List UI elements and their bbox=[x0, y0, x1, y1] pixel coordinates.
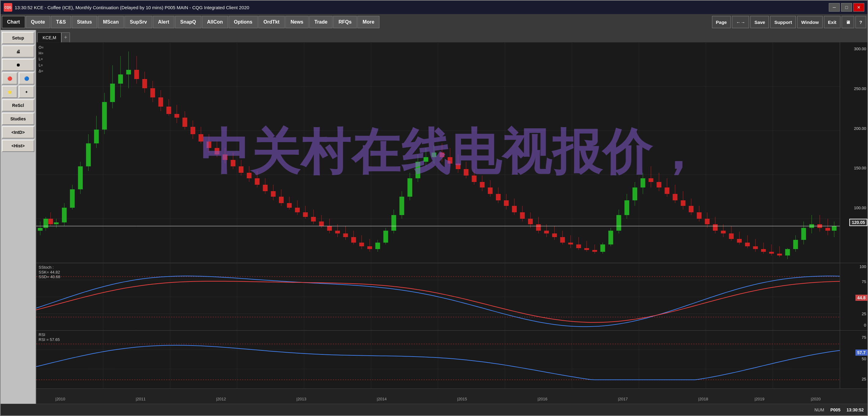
menu-chart[interactable]: Chart bbox=[2, 16, 25, 28]
ssd-label: SSD= bbox=[39, 275, 49, 279]
menu-supsrv[interactable]: SupSrv bbox=[124, 16, 152, 28]
tab-label: KCE,M bbox=[42, 35, 56, 40]
ssd-value: SSD= 40.68 bbox=[39, 275, 60, 279]
price-200: 200.00 bbox=[854, 126, 866, 131]
setup-button[interactable]: Setup bbox=[2, 32, 34, 44]
stoch-label: SStoch : bbox=[39, 265, 54, 269]
price-150: 150.00 bbox=[854, 166, 866, 170]
rsi-value: RSI = 57.65 bbox=[39, 337, 60, 342]
x-2011: |2011 bbox=[136, 397, 146, 401]
stoch-100: 100 bbox=[860, 264, 866, 269]
ssk-value: SSK= 44.82 bbox=[39, 270, 60, 275]
chart-tab[interactable]: KCE,M bbox=[37, 32, 61, 42]
price-300: 300.00 bbox=[854, 46, 866, 51]
ssk-val: 44.82 bbox=[50, 270, 60, 275]
close-button[interactable]: ✕ bbox=[853, 3, 864, 12]
rsi-50: 50 bbox=[862, 357, 866, 361]
status-time: 13:30:52 bbox=[846, 408, 864, 412]
x-2020: |2020 bbox=[811, 397, 820, 401]
status-p005: P005 bbox=[830, 408, 840, 412]
record-button[interactable]: ⏺ bbox=[2, 59, 34, 71]
stoch-75: 75 bbox=[862, 279, 866, 284]
stoch-values: SSK= 44.82 SSD= 40.68 bbox=[39, 270, 60, 279]
intd-button[interactable]: <IntD> bbox=[2, 126, 34, 138]
stoch-scale: 100 75 50 25 44.8 0 bbox=[840, 263, 867, 330]
x-2014: |2014 bbox=[377, 397, 386, 401]
studies-button[interactable]: Studies bbox=[2, 113, 34, 125]
price-100: 100.00 bbox=[854, 205, 866, 210]
menu-allcon[interactable]: AllCon bbox=[202, 16, 228, 28]
current-price: 120.05 bbox=[849, 219, 867, 226]
app-icon: CQG bbox=[4, 3, 12, 12]
rsi-chart-canvas bbox=[36, 330, 840, 389]
title-bar: CQG 13:30:52 KCE - Coffee (ICE), Monthly… bbox=[1, 1, 867, 14]
x-2012: |2012 bbox=[216, 397, 226, 401]
menu-ts[interactable]: T&S bbox=[51, 16, 71, 28]
ohlc-o: O= bbox=[39, 45, 43, 51]
minimize-button[interactable]: ─ bbox=[829, 3, 840, 12]
stoch-highlight: 44.8 bbox=[856, 295, 867, 301]
menu-snapq[interactable]: SnapQ bbox=[175, 16, 202, 28]
stoch-0: 0 bbox=[864, 323, 866, 327]
rsi-scale: 75 50 25 57.7 bbox=[840, 330, 867, 388]
chart-ohlc-info: O= H= L= L= Δ= bbox=[39, 45, 43, 74]
x-2019: |2019 bbox=[754, 397, 765, 401]
maximize-button[interactable]: □ bbox=[841, 3, 852, 12]
price-250: 250.00 bbox=[854, 86, 866, 91]
rsi-label: RSI bbox=[39, 332, 45, 337]
menu-more[interactable]: More bbox=[358, 16, 379, 28]
rescl-button[interactable]: ReScl bbox=[2, 99, 34, 111]
hist-button[interactable]: <Hist> bbox=[2, 140, 34, 152]
stoch-canvas-wrap: SStoch : SSK= 44.82 SSD= 40.68 bbox=[36, 263, 840, 330]
menu-quote[interactable]: Quote bbox=[26, 16, 50, 28]
ohlc-l: L= bbox=[39, 56, 43, 62]
rsi-panel: RSI RSI = 57.65 75 50 25 57.7 bbox=[36, 330, 867, 388]
menu-arrows[interactable]: ←→ bbox=[732, 16, 749, 28]
ohlc-delta: Δ= bbox=[39, 68, 43, 74]
menu-save[interactable]: Save bbox=[750, 16, 769, 28]
sidebar-star-button[interactable]: ⭐ bbox=[2, 86, 18, 98]
tab-add-button[interactable]: + bbox=[61, 32, 70, 42]
sidebar-blue-button[interactable]: 🔵 bbox=[19, 72, 34, 85]
menu-news[interactable]: News bbox=[285, 16, 309, 28]
x-2017: |2017 bbox=[618, 397, 628, 401]
status-bar: NUM P005 13:30:52 bbox=[1, 404, 867, 415]
menu-rfqs[interactable]: RFQs bbox=[333, 16, 357, 28]
menu-mscan[interactable]: MScan bbox=[98, 16, 124, 28]
menu-support[interactable]: Support bbox=[770, 16, 796, 28]
menu-help[interactable]: ? bbox=[856, 16, 866, 28]
tab-bar: KCE,M + bbox=[36, 30, 867, 42]
main-window: CQG 13:30:52 KCE - Coffee (ICE), Monthly… bbox=[0, 0, 868, 416]
menu-options[interactable]: Options bbox=[229, 16, 257, 28]
menu-alert[interactable]: Alert bbox=[153, 16, 175, 28]
menu-ordtkt[interactable]: OrdTkt bbox=[258, 16, 285, 28]
rsi-values: RSI = 57.65 bbox=[39, 337, 60, 342]
menu-bar: Chart Quote T&S Status MScan SupSrv Aler… bbox=[1, 14, 867, 30]
x-2018: |2018 bbox=[698, 397, 708, 401]
ohlc-h: H= bbox=[39, 51, 43, 56]
stoch-25: 25 bbox=[862, 312, 866, 316]
title-bar-left: CQG 13:30:52 KCE - Coffee (ICE), Monthly… bbox=[4, 3, 249, 12]
title-bar-controls: ─ □ ✕ bbox=[829, 3, 864, 12]
chart-main-wrap: O= H= L= L= Δ= 中关村在线电视报价， 300.00 250.00 bbox=[36, 42, 867, 263]
x-axis-labels: |2010 |2011 |2012 |2013 |2014 |2015 |201… bbox=[36, 389, 840, 404]
print-button[interactable]: 🖨 bbox=[2, 45, 34, 58]
sidebar-red-button[interactable]: 🔴 bbox=[2, 72, 18, 85]
sidebar-diamond-button[interactable]: ✦ bbox=[19, 86, 34, 98]
x-2015: |2015 bbox=[457, 397, 467, 401]
ssd-val: 40.68 bbox=[50, 275, 60, 279]
menu-monitor[interactable]: 🖥 bbox=[842, 16, 854, 28]
menu-exit[interactable]: Exit bbox=[824, 16, 840, 28]
menu-bar-right: Page ←→ Save Support Window Exit 🖥 ? bbox=[712, 16, 866, 28]
rsi-75: 75 bbox=[862, 335, 866, 340]
sidebar-row-1: 🔴 🔵 bbox=[2, 72, 34, 85]
menu-window[interactable]: Window bbox=[797, 16, 823, 28]
sidebar-row-2: ⭐ ✦ bbox=[2, 86, 34, 98]
menu-page[interactable]: Page bbox=[712, 16, 731, 28]
x-axis: |2010 |2011 |2012 |2013 |2014 |2015 |201… bbox=[36, 388, 867, 404]
ssk-label: SSK= bbox=[39, 270, 49, 275]
menu-trade[interactable]: Trade bbox=[309, 16, 333, 28]
x-2016: |2016 bbox=[537, 397, 548, 401]
sidebar: Setup 🖨 ⏺ 🔴 🔵 ⭐ ✦ ReScl Studies <IntD> <… bbox=[1, 30, 36, 404]
menu-status[interactable]: Status bbox=[72, 16, 97, 28]
